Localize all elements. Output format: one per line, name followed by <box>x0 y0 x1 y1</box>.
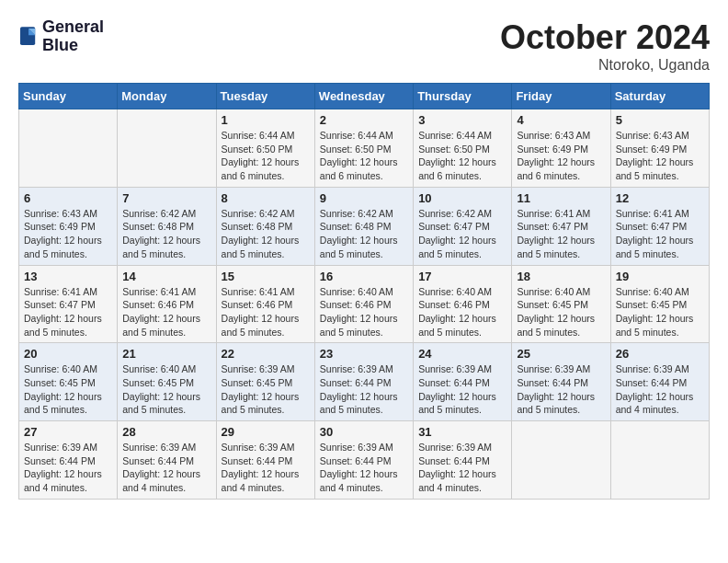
day-number: 22 <box>222 347 310 361</box>
calendar-cell: 25Sunrise: 6:39 AM Sunset: 6:44 PM Dayli… <box>512 343 610 421</box>
day-header: Tuesday <box>216 84 314 109</box>
day-number: 20 <box>24 347 112 361</box>
calendar-cell: 9Sunrise: 6:42 AM Sunset: 6:48 PM Daylig… <box>314 187 413 265</box>
calendar-cell <box>610 421 709 500</box>
calendar-cell: 11Sunrise: 6:41 AM Sunset: 6:47 PM Dayli… <box>512 187 610 265</box>
day-number: 11 <box>517 191 605 205</box>
calendar-cell: 17Sunrise: 6:40 AM Sunset: 6:46 PM Dayli… <box>414 265 512 343</box>
logo: General Blue <box>18 18 104 55</box>
calendar-cell: 29Sunrise: 6:39 AM Sunset: 6:44 PM Dayli… <box>216 421 314 500</box>
day-number: 4 <box>517 113 605 127</box>
day-header: Wednesday <box>314 84 413 109</box>
day-number: 26 <box>616 347 704 361</box>
day-info: Sunrise: 6:39 AM Sunset: 6:45 PM Dayligh… <box>222 362 310 417</box>
day-info: Sunrise: 6:41 AM Sunset: 6:47 PM Dayligh… <box>517 207 605 261</box>
calendar-cell: 15Sunrise: 6:41 AM Sunset: 6:46 PM Dayli… <box>216 265 314 343</box>
calendar-cell: 4Sunrise: 6:43 AM Sunset: 6:49 PM Daylig… <box>512 109 610 188</box>
calendar-cell <box>512 421 610 500</box>
day-info: Sunrise: 6:41 AM Sunset: 6:46 PM Dayligh… <box>222 285 310 339</box>
calendar-week-row: 1Sunrise: 6:44 AM Sunset: 6:50 PM Daylig… <box>19 109 710 188</box>
day-number: 15 <box>222 270 310 283</box>
day-header: Sunday <box>19 84 118 109</box>
day-info: Sunrise: 6:43 AM Sunset: 6:49 PM Dayligh… <box>616 129 704 183</box>
day-number: 16 <box>320 270 408 283</box>
calendar-cell: 2Sunrise: 6:44 AM Sunset: 6:50 PM Daylig… <box>314 109 413 188</box>
day-info: Sunrise: 6:42 AM Sunset: 6:48 PM Dayligh… <box>122 207 210 261</box>
calendar-cell <box>19 109 118 188</box>
calendar-cell: 28Sunrise: 6:39 AM Sunset: 6:44 PM Dayli… <box>118 421 216 500</box>
calendar-cell: 30Sunrise: 6:39 AM Sunset: 6:44 PM Dayli… <box>314 421 413 500</box>
day-info: Sunrise: 6:39 AM Sunset: 6:44 PM Dayligh… <box>24 441 112 495</box>
day-info: Sunrise: 6:40 AM Sunset: 6:45 PM Dayligh… <box>24 362 112 417</box>
location: Ntoroko, Uganda <box>500 57 710 74</box>
day-info: Sunrise: 6:39 AM Sunset: 6:44 PM Dayligh… <box>418 441 506 495</box>
title-section: October 2024 Ntoroko, Uganda <box>500 18 710 74</box>
day-info: Sunrise: 6:39 AM Sunset: 6:44 PM Dayligh… <box>320 441 408 495</box>
day-number: 6 <box>24 191 112 205</box>
calendar-cell: 27Sunrise: 6:39 AM Sunset: 6:44 PM Dayli… <box>19 421 118 500</box>
day-number: 29 <box>222 425 310 439</box>
calendar-cell: 3Sunrise: 6:44 AM Sunset: 6:50 PM Daylig… <box>414 109 512 188</box>
day-info: Sunrise: 6:39 AM Sunset: 6:44 PM Dayligh… <box>517 362 605 417</box>
day-number: 18 <box>517 270 605 283</box>
day-info: Sunrise: 6:44 AM Sunset: 6:50 PM Dayligh… <box>418 129 506 183</box>
calendar-week-row: 6Sunrise: 6:43 AM Sunset: 6:49 PM Daylig… <box>19 187 710 265</box>
day-info: Sunrise: 6:40 AM Sunset: 6:45 PM Dayligh… <box>616 285 704 339</box>
calendar-cell: 21Sunrise: 6:40 AM Sunset: 6:45 PM Dayli… <box>118 343 216 421</box>
day-number: 23 <box>320 347 408 361</box>
calendar-cell <box>118 109 216 188</box>
calendar-table: SundayMondayTuesdayWednesdayThursdayFrid… <box>18 83 710 500</box>
calendar-cell: 6Sunrise: 6:43 AM Sunset: 6:49 PM Daylig… <box>19 187 118 265</box>
day-info: Sunrise: 6:41 AM Sunset: 6:47 PM Dayligh… <box>24 285 112 339</box>
calendar-cell: 20Sunrise: 6:40 AM Sunset: 6:45 PM Dayli… <box>19 343 118 421</box>
month-title: October 2024 <box>500 18 710 57</box>
day-info: Sunrise: 6:44 AM Sunset: 6:50 PM Dayligh… <box>222 129 310 183</box>
day-number: 1 <box>222 113 310 127</box>
day-info: Sunrise: 6:42 AM Sunset: 6:47 PM Dayligh… <box>418 207 506 261</box>
day-header: Monday <box>118 84 216 109</box>
day-info: Sunrise: 6:40 AM Sunset: 6:46 PM Dayligh… <box>320 285 408 339</box>
day-info: Sunrise: 6:40 AM Sunset: 6:45 PM Dayligh… <box>517 285 605 339</box>
calendar-cell: 22Sunrise: 6:39 AM Sunset: 6:45 PM Dayli… <box>216 343 314 421</box>
day-number: 21 <box>122 347 210 361</box>
day-number: 17 <box>418 270 506 283</box>
calendar-cell: 13Sunrise: 6:41 AM Sunset: 6:47 PM Dayli… <box>19 265 118 343</box>
calendar-cell: 8Sunrise: 6:42 AM Sunset: 6:48 PM Daylig… <box>216 187 314 265</box>
day-number: 24 <box>418 347 506 361</box>
day-info: Sunrise: 6:41 AM Sunset: 6:47 PM Dayligh… <box>616 207 704 261</box>
logo-icon <box>20 27 37 47</box>
day-number: 30 <box>320 425 408 439</box>
calendar-cell: 12Sunrise: 6:41 AM Sunset: 6:47 PM Dayli… <box>610 187 709 265</box>
day-info: Sunrise: 6:40 AM Sunset: 6:46 PM Dayligh… <box>418 285 506 339</box>
day-number: 10 <box>418 191 506 205</box>
calendar-cell: 24Sunrise: 6:39 AM Sunset: 6:44 PM Dayli… <box>414 343 512 421</box>
day-info: Sunrise: 6:42 AM Sunset: 6:48 PM Dayligh… <box>222 207 310 261</box>
calendar-cell: 10Sunrise: 6:42 AM Sunset: 6:47 PM Dayli… <box>414 187 512 265</box>
day-info: Sunrise: 6:44 AM Sunset: 6:50 PM Dayligh… <box>320 129 408 183</box>
day-number: 12 <box>616 191 704 205</box>
calendar-cell: 31Sunrise: 6:39 AM Sunset: 6:44 PM Dayli… <box>414 421 512 500</box>
day-number: 25 <box>517 347 605 361</box>
calendar-cell: 1Sunrise: 6:44 AM Sunset: 6:50 PM Daylig… <box>216 109 314 188</box>
calendar-week-row: 20Sunrise: 6:40 AM Sunset: 6:45 PM Dayli… <box>19 343 710 421</box>
day-number: 5 <box>616 113 704 127</box>
day-header: Thursday <box>414 84 512 109</box>
day-number: 8 <box>222 191 310 205</box>
day-number: 2 <box>320 113 408 127</box>
day-info: Sunrise: 6:43 AM Sunset: 6:49 PM Dayligh… <box>517 129 605 183</box>
day-number: 7 <box>122 191 210 205</box>
day-info: Sunrise: 6:39 AM Sunset: 6:44 PM Dayligh… <box>122 441 210 495</box>
day-header: Saturday <box>610 84 709 109</box>
page-header: General Blue October 2024 Ntoroko, Ugand… <box>18 18 710 74</box>
calendar-cell: 26Sunrise: 6:39 AM Sunset: 6:44 PM Dayli… <box>610 343 709 421</box>
day-info: Sunrise: 6:39 AM Sunset: 6:44 PM Dayligh… <box>320 362 408 417</box>
day-info: Sunrise: 6:39 AM Sunset: 6:44 PM Dayligh… <box>616 362 704 417</box>
day-number: 19 <box>616 270 704 283</box>
day-number: 13 <box>24 270 112 283</box>
day-number: 31 <box>418 425 506 439</box>
day-header: Friday <box>512 84 610 109</box>
day-number: 28 <box>122 425 210 439</box>
calendar-cell: 5Sunrise: 6:43 AM Sunset: 6:49 PM Daylig… <box>610 109 709 188</box>
day-info: Sunrise: 6:40 AM Sunset: 6:45 PM Dayligh… <box>122 362 210 417</box>
day-info: Sunrise: 6:41 AM Sunset: 6:46 PM Dayligh… <box>122 285 210 339</box>
